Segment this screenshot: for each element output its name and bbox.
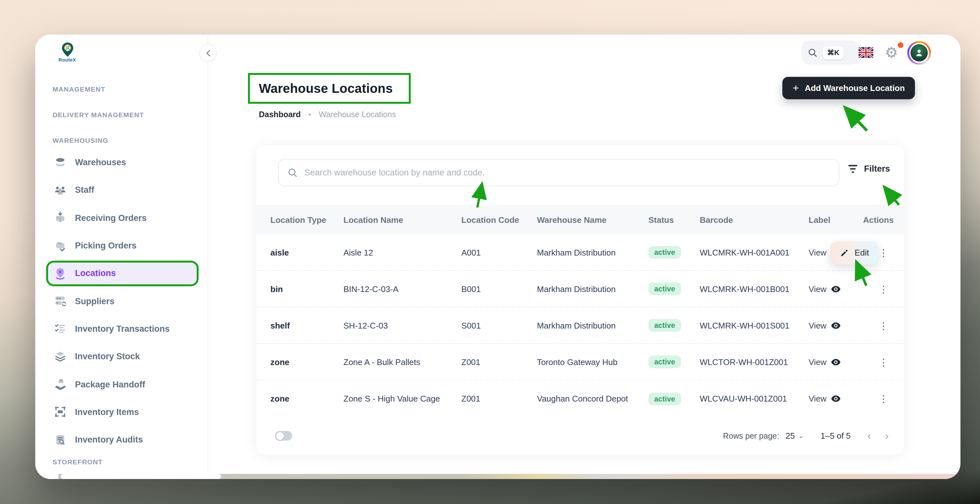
map-pin-logo-icon [61, 42, 73, 57]
sidebar-section-management: MANAGEMENT [52, 84, 208, 94]
eye-icon [831, 395, 841, 402]
row-actions-kebab-button[interactable]: ⋮ [879, 394, 888, 404]
row-actions-kebab-button[interactable]: ⋮ [879, 357, 888, 367]
eye-icon [831, 322, 841, 329]
table-footer: Rows per page: 25 ⌄ 1–5 of 5 ‹ › [256, 417, 904, 455]
view-label-link[interactable]: View [808, 248, 827, 257]
brand-name: RouteX [54, 57, 80, 63]
pagination-range: 1–5 of 5 [821, 431, 851, 440]
status-badge: active [648, 246, 681, 259]
pagination-controls: ‹ › [867, 430, 889, 441]
cell-actions: ⋮ [863, 357, 904, 367]
row-actions-kebab-button[interactable]: ⋮ [879, 248, 888, 257]
rows-per-page: Rows per page: 25 ⌄ [723, 431, 804, 440]
rows-per-page-select[interactable]: 25 ⌄ [786, 431, 804, 440]
user-silhouette-icon [914, 48, 924, 58]
eye-icon[interactable] [831, 395, 841, 402]
column-header-location-type: Location Type [270, 215, 344, 224]
cell-location-type: bin [270, 284, 344, 294]
cell-location-code: Z001 [461, 394, 537, 404]
cell-location-name: BIN-12-C-03-A [344, 284, 461, 294]
view-label-link[interactable]: View [808, 394, 827, 404]
settings-gear-button[interactable]: ⚙ [885, 43, 902, 62]
sidebar-item-package-handoff[interactable]: Package Handoff [48, 370, 197, 398]
brand-logo[interactable]: RouteX [54, 42, 80, 63]
cell-warehouse-name: Markham Distribution [537, 321, 648, 330]
cell-status: active [648, 355, 700, 368]
breadcrumb-dashboard[interactable]: Dashboard [259, 110, 301, 119]
sidebar-section-delivery-management: DELIVERY MANAGEMENT [52, 110, 208, 119]
table-row-sh-12-c-03[interactable]: shelfSH-12-C-03S001Markham Distributiona… [256, 307, 904, 344]
cell-actions: ⋮ [863, 284, 904, 294]
eye-icon [831, 358, 841, 365]
toggle-knob [276, 432, 283, 440]
cell-barcode: WLCVAU-WH-001Z001 [700, 394, 808, 404]
sidebar-item-inventory-items[interactable]: Inventory Items [48, 398, 197, 426]
sidebar-item-label: Package Handoff [75, 380, 145, 389]
edit-hover-tooltip[interactable]: Edit [830, 241, 878, 264]
cell-status: active [648, 282, 700, 295]
sidebar-item-inventory-audits[interactable]: Inventory Audits [48, 426, 197, 454]
cell-location-code: Z001 [461, 357, 537, 367]
filters-button[interactable]: Filters [848, 164, 890, 173]
add-warehouse-location-button[interactable]: + Add Warehouse Location [782, 77, 915, 99]
sidebar-item-inventory-transactions[interactable]: Inventory Transactions [48, 315, 197, 343]
sidebar-item-inventory-stock[interactable]: Inventory Stock [48, 343, 197, 370]
cell-warehouse-name: Toronto Gateway Hub [537, 357, 648, 367]
cell-location-type: aisle [270, 248, 344, 257]
cell-location-name: Zone A - Bulk Pallets [344, 357, 461, 367]
eye-icon [831, 285, 841, 293]
view-label-link[interactable]: View [808, 321, 827, 330]
sidebar-item-receiving-orders[interactable]: Receiving Orders [48, 204, 197, 232]
row-actions-kebab-button[interactable]: ⋮ [879, 321, 888, 330]
global-search-button[interactable]: ⌘K [802, 40, 859, 65]
sidebar-item-label: Inventory Stock [75, 351, 140, 361]
sidebar-item-warehouses[interactable]: Warehouses [48, 149, 197, 176]
table-row-zone-a-bulk-pallets[interactable]: zoneZone A - Bulk PalletsZ001Toronto Gat… [256, 344, 904, 380]
cell-status: active [648, 319, 700, 332]
search-icon [807, 48, 818, 58]
user-avatar[interactable] [907, 41, 931, 65]
desktop-background: RouteX MANAGEMENTDELIVERY MANAGEMENTWARE… [0, 0, 980, 504]
breadcrumb-current-page: Warehouse Locations [319, 110, 396, 119]
sidebar-item-suppliers[interactable]: Suppliers [48, 287, 197, 315]
table-row-bin-12-c-03-a[interactable]: binBIN-12-C-03-AB001Markham Distribution… [256, 271, 904, 307]
dense-rows-toggle[interactable] [275, 431, 292, 440]
horizontal-scrollbar-thumb[interactable] [61, 474, 221, 479]
filters-label: Filters [864, 164, 890, 173]
table-row-zone-s-high-value-cage[interactable]: zoneZone S - High Value CageZ001Vaughan … [256, 380, 904, 417]
chevron-down-icon: ⌄ [798, 432, 804, 440]
sidebar-item-label: Inventory Audits [75, 435, 143, 444]
locations-table: Location TypeLocation NameLocation CodeW… [256, 205, 904, 455]
next-page-button[interactable]: › [885, 430, 889, 441]
sidebar-item-picking-orders[interactable]: Picking Orders [48, 232, 197, 260]
eye-icon[interactable] [831, 285, 841, 293]
sidebar-item-staff[interactable]: Staff [48, 176, 197, 204]
sidebar: RouteX MANAGEMENTDELIVERY MANAGEMENTWARE… [35, 35, 208, 479]
sidebar-collapse-button[interactable] [199, 44, 216, 62]
column-header-location-name: Location Name [344, 215, 461, 224]
edit-tooltip-label: Edit [855, 248, 869, 258]
location-pin-icon [54, 267, 67, 280]
table-header-row: Location TypeLocation NameLocation CodeW… [256, 205, 904, 234]
eye-icon[interactable] [831, 358, 841, 365]
rows-per-page-label: Rows per page: [723, 431, 779, 440]
cell-location-name: SH-12-C-03 [344, 321, 461, 330]
location-search-input[interactable] [278, 159, 839, 186]
language-flag-uk-icon[interactable] [859, 46, 873, 60]
avatar-ring [909, 43, 929, 63]
cell-actions: ⋮ [863, 321, 904, 330]
locations-table-card: Filters Location TypeLocation NameLocati… [256, 145, 904, 455]
sidebar-item-locations[interactable]: Locations [48, 262, 197, 285]
view-label-link[interactable]: View [808, 357, 827, 367]
eye-icon[interactable] [831, 322, 841, 329]
previous-page-button[interactable]: ‹ [867, 430, 871, 441]
cell-label: View [808, 357, 863, 367]
sidebar-item-label: Warehouses [75, 157, 126, 167]
table-row-aisle-12[interactable]: aisleAisle 12A001Markham Distributionact… [256, 234, 904, 271]
view-label-link[interactable]: View [808, 284, 827, 294]
cell-warehouse-name: Vaughan Concord Depot [537, 394, 648, 404]
sidebar-item-label: Locations [75, 269, 116, 278]
row-actions-kebab-button[interactable]: ⋮ [879, 284, 888, 294]
annotation-box-title: Warehouse Locations [248, 73, 411, 104]
